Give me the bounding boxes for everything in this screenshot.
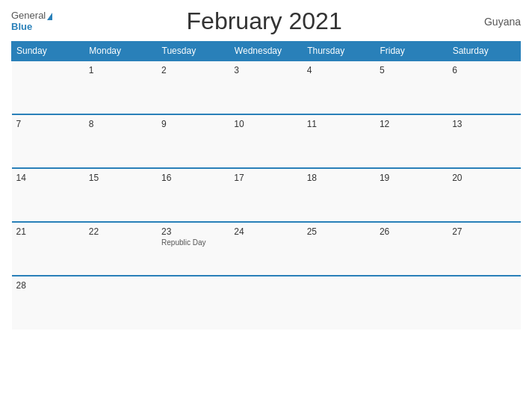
calendar-cell: [375, 276, 448, 330]
calendar-cell: 8: [84, 114, 157, 168]
calendar-cell: 20: [448, 168, 520, 222]
calendar-cell: 3: [229, 61, 302, 114]
calendar-cell: 13: [448, 114, 520, 168]
day-number: 11: [307, 119, 371, 129]
day-number: 12: [380, 119, 443, 129]
day-number: 18: [307, 173, 371, 183]
calendar-cell: 15: [84, 168, 157, 222]
day-number: 25: [307, 226, 371, 237]
calendar-cell: 17: [229, 168, 302, 222]
calendar-cell: 6: [448, 61, 520, 114]
day-number: 2: [161, 65, 225, 75]
calendar-title: February 2021: [52, 7, 476, 35]
col-friday: Friday: [375, 42, 448, 61]
col-thursday: Thursday: [303, 42, 375, 61]
col-tuesday: Tuesday: [157, 42, 229, 61]
day-number: 23: [161, 226, 225, 237]
calendar-cell: 5: [375, 61, 448, 114]
day-number: 8: [89, 119, 152, 129]
calendar-cell: 22: [84, 222, 157, 276]
day-number: 1: [89, 65, 152, 75]
calendar-cell: 23Republic Day: [157, 222, 229, 276]
day-number: 26: [380, 226, 443, 237]
day-number: 10: [234, 119, 297, 129]
calendar-cell: 10: [229, 114, 302, 168]
calendar-cell: 26: [375, 222, 448, 276]
calendar-cell: 28: [12, 276, 84, 330]
calendar-cell: 21: [12, 222, 84, 276]
day-number: 5: [380, 65, 443, 75]
calendar-cell: 16: [157, 168, 229, 222]
day-number: 9: [161, 119, 225, 129]
calendar-cell: 11: [303, 114, 375, 168]
calendar-header: General Blue February 2021 Guyana: [11, 7, 521, 35]
day-number: 22: [89, 226, 152, 237]
col-wednesday: Wednesday: [229, 42, 302, 61]
logo: General Blue: [11, 10, 52, 32]
calendar-cell: 1: [84, 61, 157, 114]
calendar-cell: [448, 276, 520, 330]
calendar-week-row: 28: [12, 276, 521, 330]
logo-general-text: General: [11, 10, 52, 21]
calendar-cell: [12, 61, 84, 114]
holiday-label: Republic Day: [161, 238, 225, 247]
calendar-cell: 9: [157, 114, 229, 168]
calendar-cell: 19: [375, 168, 448, 222]
day-number: 7: [16, 119, 80, 129]
col-monday: Monday: [84, 42, 157, 61]
calendar-cell: 27: [448, 222, 520, 276]
calendar-body: 1234567891011121314151617181920212223Rep…: [12, 61, 521, 330]
day-number: 21: [16, 226, 80, 237]
calendar-week-row: 123456: [12, 61, 521, 114]
calendar-table: Sunday Monday Tuesday Wednesday Thursday…: [11, 41, 521, 330]
day-number: 15: [89, 173, 152, 183]
calendar-cell: 12: [375, 114, 448, 168]
logo-triangle-icon: [47, 13, 52, 20]
col-saturday: Saturday: [448, 42, 520, 61]
calendar-week-row: 78910111213: [12, 114, 521, 168]
day-number: 13: [452, 119, 516, 129]
day-number: 16: [161, 173, 225, 183]
calendar-cell: 24: [229, 222, 302, 276]
day-number: 24: [234, 226, 297, 237]
calendar-week-row: 212223Republic Day24252627: [12, 222, 521, 276]
calendar-cell: 25: [303, 222, 375, 276]
days-header-row: Sunday Monday Tuesday Wednesday Thursday…: [12, 42, 521, 61]
country-label: Guyana: [476, 16, 521, 28]
day-number: 14: [16, 173, 80, 183]
calendar-thead: Sunday Monday Tuesday Wednesday Thursday…: [12, 42, 521, 61]
day-number: 19: [380, 173, 443, 183]
col-sunday: Sunday: [12, 42, 84, 61]
calendar-container: General Blue February 2021 Guyana Sunday…: [0, 0, 532, 411]
logo-blue-text: Blue: [11, 22, 32, 32]
day-number: 17: [234, 173, 297, 183]
calendar-cell: 14: [12, 168, 84, 222]
calendar-cell: 2: [157, 61, 229, 114]
calendar-cell: [84, 276, 157, 330]
day-number: 20: [452, 173, 516, 183]
calendar-week-row: 14151617181920: [12, 168, 521, 222]
day-number: 4: [307, 65, 371, 75]
day-number: 3: [234, 65, 297, 75]
calendar-cell: 4: [303, 61, 375, 114]
calendar-cell: [229, 276, 302, 330]
day-number: 6: [452, 65, 516, 75]
calendar-cell: [303, 276, 375, 330]
day-number: 28: [16, 280, 80, 291]
calendar-cell: 7: [12, 114, 84, 168]
calendar-cell: 18: [303, 168, 375, 222]
calendar-cell: [157, 276, 229, 330]
day-number: 27: [452, 226, 516, 237]
